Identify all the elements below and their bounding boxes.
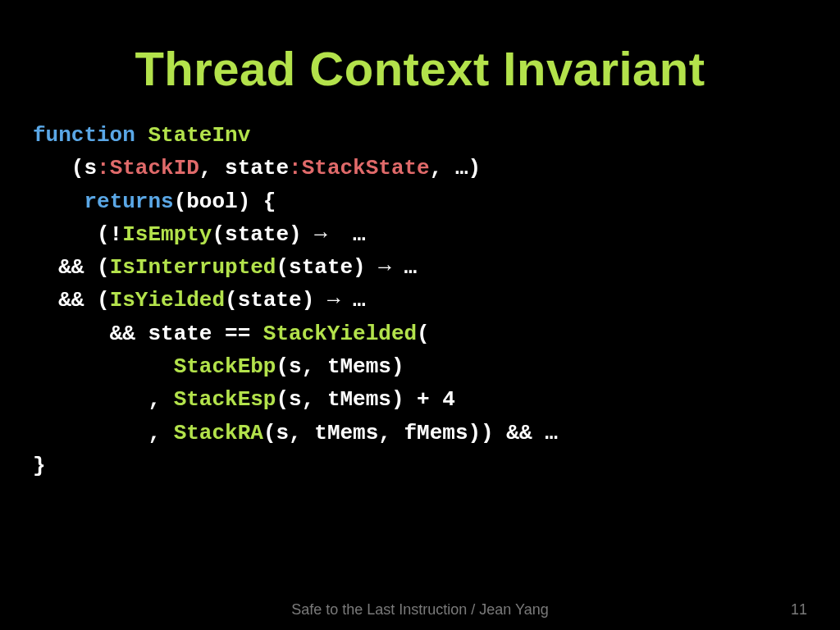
- tok-sesptail: (s, tMems) + 4: [276, 387, 454, 412]
- tok-cs: , state: [199, 156, 289, 180]
- kw-function: function: [33, 123, 135, 148]
- fn-isempty: IsEmpty: [122, 222, 212, 247]
- tok-iytail: (state) → …: [225, 288, 366, 313]
- fn-stackesp: StackEsp: [174, 387, 276, 412]
- tok-bang: (!: [97, 222, 122, 247]
- tok-lparen1: (s: [71, 156, 97, 180]
- slide-title: Thread Context Invariant: [33, 41, 807, 96]
- tok-closebrace: }: [33, 454, 46, 478]
- page-number: 11: [791, 601, 807, 619]
- tok-sratail: (s, tMems, fMems)) && …: [263, 421, 558, 445]
- footer: Safe to the Last Instruction / Jean Yang…: [0, 601, 840, 619]
- tok-sytail: (: [417, 322, 430, 346]
- fn-isyielded: IsYielded: [110, 288, 225, 313]
- ty-stackid: :StackID: [97, 156, 199, 180]
- tok-and1: && (: [58, 255, 109, 280]
- tok-ptail: , …): [430, 156, 481, 180]
- tok-rtail: (bool) {: [174, 189, 276, 214]
- tok-c2: ,: [148, 387, 173, 412]
- fn-stateinv: StateInv: [148, 123, 250, 148]
- tok-c3: ,: [148, 421, 173, 445]
- fn-stackra: StackRA: [174, 421, 263, 445]
- fn-stackebp: StackEbp: [174, 354, 276, 379]
- slide: Thread Context Invariant function StateI…: [0, 0, 840, 630]
- tok-ietail: (state) → …: [212, 222, 365, 247]
- ty-stackstate: :StackState: [289, 156, 430, 180]
- code-block: function StateInv (s:StackID, state:Stac…: [33, 119, 807, 482]
- fn-stackyielded: StackYielded: [263, 322, 417, 346]
- tok-iitail: (state) → …: [276, 255, 417, 280]
- tok-stateeq: && state ==: [110, 322, 263, 346]
- fn-isinterrupted: IsInterrupted: [110, 255, 276, 280]
- tok-sebptail: (s, tMems): [276, 354, 404, 379]
- kw-returns: returns: [84, 189, 173, 214]
- tok-and2: && (: [58, 288, 109, 313]
- footer-text: Safe to the Last Instruction / Jean Yang: [0, 601, 840, 619]
